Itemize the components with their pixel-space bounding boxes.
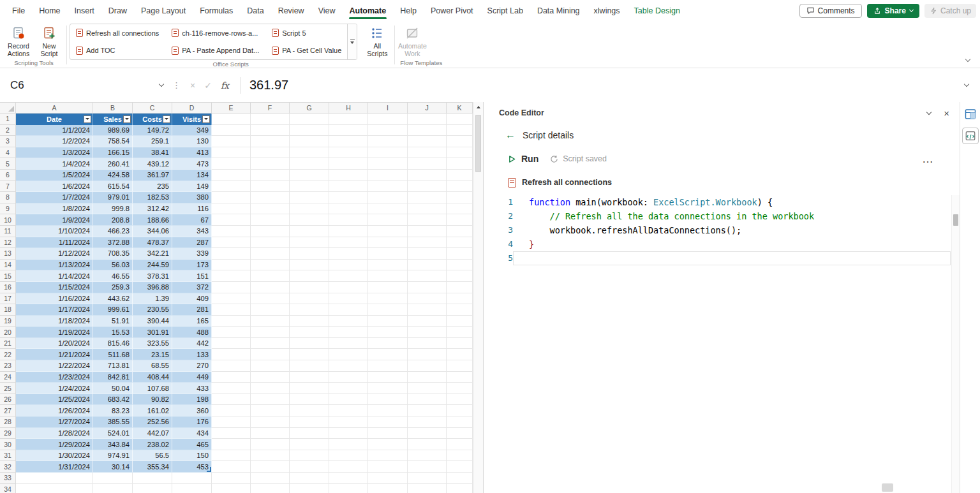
cell-G4[interactable] — [290, 147, 329, 159]
cell-J11[interactable] — [408, 226, 447, 237]
table-header-sales[interactable]: Sales — [93, 114, 133, 125]
cell-G18[interactable] — [290, 304, 329, 316]
column-header-C[interactable]: C — [133, 103, 172, 114]
cell-F7[interactable] — [251, 181, 290, 193]
cell-I22[interactable] — [368, 349, 408, 360]
row-header-30[interactable]: 30 — [0, 439, 16, 450]
cell-H14[interactable] — [329, 260, 368, 271]
cell-K34[interactable] — [447, 484, 473, 493]
cell-D5[interactable]: 473 — [172, 158, 212, 170]
cell-D23[interactable]: 270 — [172, 360, 212, 372]
catch-up-button[interactable]: Catch up — [924, 4, 976, 18]
cell-A10[interactable]: 1/9/2024 — [16, 214, 93, 226]
cell-C22[interactable]: 23.15 — [133, 349, 172, 360]
cell-F15[interactable] — [251, 270, 290, 282]
cell-E6[interactable] — [212, 170, 251, 181]
cell-A32[interactable]: 1/31/2024 — [16, 461, 93, 473]
office-script-item-2[interactable]: Add TOC — [70, 42, 165, 60]
row-header-11[interactable]: 11 — [0, 226, 16, 237]
enter-icon[interactable]: ✓ — [204, 80, 212, 91]
table-header-visits[interactable]: Visits — [172, 114, 212, 125]
cell-J2[interactable] — [408, 125, 447, 136]
cell-I18[interactable] — [368, 304, 408, 316]
cell-E24[interactable] — [212, 372, 251, 383]
cell-A3[interactable]: 1/2/2024 — [16, 136, 93, 147]
cell-G8[interactable] — [290, 192, 329, 203]
cell-J13[interactable] — [408, 248, 447, 260]
cell-D9[interactable]: 116 — [172, 203, 212, 215]
cell-I1[interactable] — [368, 114, 408, 125]
menu-tab-script-lab[interactable]: Script Lab — [480, 1, 530, 20]
cell-K10[interactable] — [447, 214, 473, 226]
cell-B11[interactable]: 466.23 — [93, 226, 133, 237]
cell-E30[interactable] — [212, 439, 251, 450]
row-header-29[interactable]: 29 — [0, 428, 16, 439]
column-header-B[interactable]: B — [93, 103, 133, 114]
cell-G17[interactable] — [290, 293, 329, 305]
cell-K33[interactable] — [447, 473, 473, 484]
cell-E21[interactable] — [212, 338, 251, 350]
cell-D27[interactable]: 360 — [172, 405, 212, 416]
cell-D12[interactable]: 287 — [172, 237, 212, 249]
cell-H16[interactable] — [329, 282, 368, 293]
cell-K22[interactable] — [447, 349, 473, 360]
cell-G19[interactable] — [290, 316, 329, 327]
cell-E13[interactable] — [212, 248, 251, 260]
cell-G3[interactable] — [290, 136, 329, 147]
cell-D16[interactable]: 372 — [172, 282, 212, 293]
cell-H22[interactable] — [329, 349, 368, 360]
cell-H26[interactable] — [329, 394, 368, 406]
cell-G26[interactable] — [290, 394, 329, 406]
cell-I19[interactable] — [368, 316, 408, 327]
cell-C19[interactable]: 390.44 — [133, 316, 172, 327]
cell-A20[interactable]: 1/19/2024 — [16, 327, 93, 338]
cell-C9[interactable]: 312.42 — [133, 203, 172, 215]
cell-K28[interactable] — [447, 416, 473, 428]
cell-F28[interactable] — [251, 416, 290, 428]
cell-A4[interactable]: 1/3/2024 — [16, 147, 93, 159]
cell-D18[interactable]: 281 — [172, 304, 212, 316]
cell-E4[interactable] — [212, 147, 251, 159]
cell-A31[interactable]: 1/30/2024 — [16, 450, 93, 462]
cell-G30[interactable] — [290, 439, 329, 450]
cell-B19[interactable]: 51.91 — [93, 316, 133, 327]
row-header-18[interactable]: 18 — [0, 304, 16, 316]
cell-G14[interactable] — [290, 260, 329, 271]
cell-I23[interactable] — [368, 360, 408, 372]
record-actions-button[interactable]: Record Actions — [4, 24, 33, 59]
cell-H28[interactable] — [329, 416, 368, 428]
cell-G1[interactable] — [290, 114, 329, 125]
row-header-28[interactable]: 28 — [0, 416, 16, 428]
cell-F21[interactable] — [251, 338, 290, 350]
cell-K12[interactable] — [447, 237, 473, 249]
cell-E7[interactable] — [212, 181, 251, 193]
cell-C28[interactable]: 252.56 — [133, 416, 172, 428]
cell-K14[interactable] — [447, 260, 473, 271]
cell-E14[interactable] — [212, 260, 251, 271]
cell-J6[interactable] — [408, 170, 447, 181]
menu-tab-data[interactable]: Data — [240, 1, 271, 20]
cell-C14[interactable]: 244.59 — [133, 260, 172, 271]
cell-D13[interactable]: 339 — [172, 248, 212, 260]
code-line-1[interactable]: 1function main(workbook: ExcelScript.Wor… — [484, 195, 960, 209]
cell-B33[interactable] — [93, 473, 133, 484]
cell-C24[interactable]: 408.44 — [133, 372, 172, 383]
cell-G9[interactable] — [290, 203, 329, 215]
cell-F17[interactable] — [251, 293, 290, 305]
code-line-3[interactable]: 3 workbook.refreshAllDataConnections(); — [484, 223, 960, 237]
cell-K25[interactable] — [447, 383, 473, 394]
cell-E5[interactable] — [212, 158, 251, 170]
cell-H9[interactable] — [329, 203, 368, 215]
scroll-up-icon[interactable] — [477, 106, 480, 108]
formula-input[interactable]: 361.97 — [247, 78, 965, 92]
code-editor-pane-icon[interactable] — [962, 128, 979, 144]
code-scrollbar[interactable] — [951, 195, 960, 493]
sheet-vertical-scrollbar[interactable] — [473, 102, 483, 493]
cell-A2[interactable]: 1/1/2024 — [16, 125, 93, 136]
row-header-32[interactable]: 32 — [0, 461, 16, 473]
cell-F20[interactable] — [251, 327, 290, 338]
cell-H1[interactable] — [329, 114, 368, 125]
cell-H7[interactable] — [329, 181, 368, 193]
cell-D3[interactable]: 130 — [172, 136, 212, 147]
filter-button-date[interactable] — [84, 115, 91, 123]
